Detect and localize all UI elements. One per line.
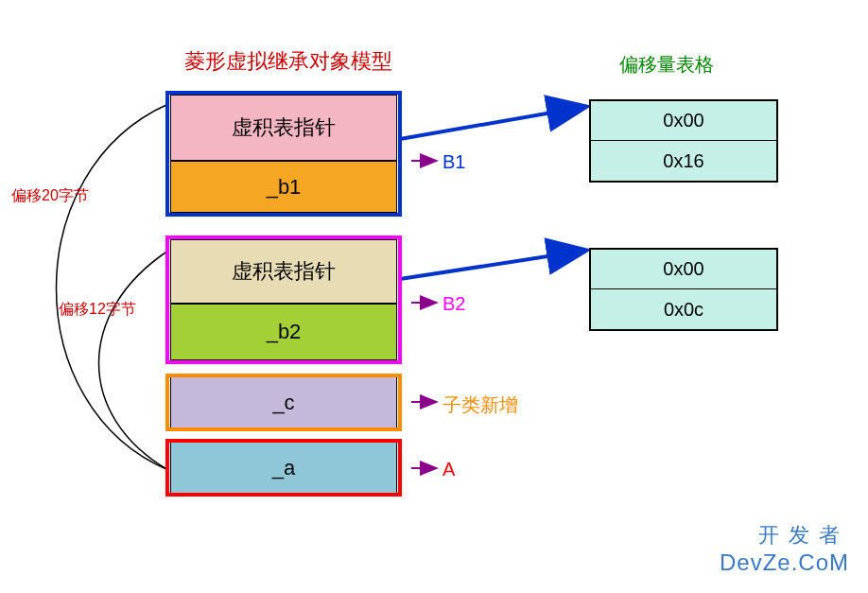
offset-cell: 0x00 <box>591 101 776 141</box>
watermark-en: DevZe.CoM <box>720 549 849 576</box>
curve-offset-20 <box>57 104 169 470</box>
label-b2: B2 <box>443 293 465 315</box>
block-vptr-b2: 虚积表指针 <box>170 239 397 304</box>
curve-offset-12 <box>99 251 169 470</box>
offset-table-2: 0x00 0x0c <box>589 248 778 331</box>
offset-12-label: 偏移12字节 <box>59 300 136 320</box>
arrow-vptr2-to-table <box>400 251 584 279</box>
label-b1: B1 <box>443 151 465 173</box>
block-b2: _b2 <box>170 304 397 360</box>
label-a: A <box>443 459 455 480</box>
watermark-cn: 开发者 <box>720 521 849 549</box>
arrow-vptr1-to-table <box>400 107 584 139</box>
block-a: _a <box>170 442 397 494</box>
offset-cell: 0x16 <box>591 141 776 181</box>
block-c: _c <box>170 376 397 428</box>
block-vptr-b1: 虚积表指针 <box>170 95 397 161</box>
offset-cell: 0x00 <box>591 250 776 289</box>
offset-cell: 0x0c <box>591 289 776 329</box>
watermark: 开发者 DevZe.CoM <box>720 521 849 576</box>
diagram-title: 菱形虚拟继承对象模型 <box>184 47 392 76</box>
block-b1: _b1 <box>170 161 397 213</box>
offset-table-1: 0x00 0x16 <box>589 99 778 183</box>
offset-20-label: 偏移20字节 <box>11 186 89 206</box>
label-c-subclass: 子类新增 <box>443 392 518 418</box>
offset-table-title: 偏移量表格 <box>619 52 714 78</box>
